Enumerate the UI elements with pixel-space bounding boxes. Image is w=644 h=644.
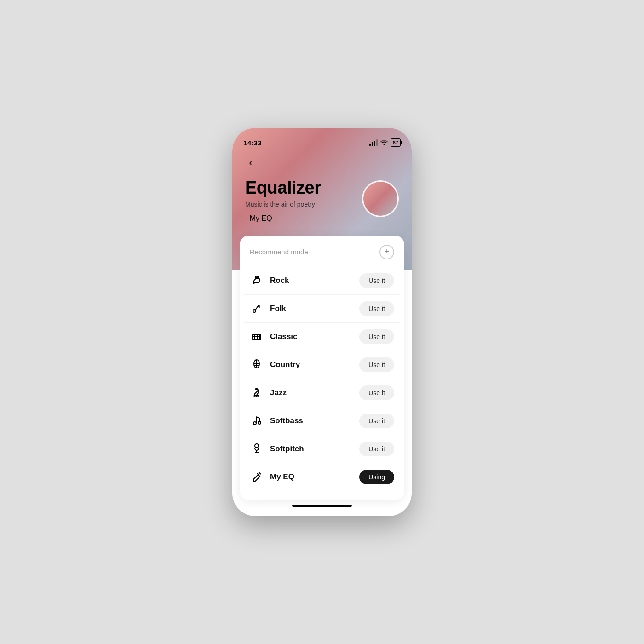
page-title: Equalizer [245,178,362,198]
header-text: Equalizer Music is the air of poetry - M… [245,178,362,223]
status-time: 14:33 [243,139,262,147]
softbass-label: Softbass [270,416,303,426]
softpitch-icon [250,442,264,456]
eq-item-softpitch: Softpitch Use it [244,435,400,463]
softbass-use-button[interactable]: Use it [359,414,394,428]
avatar [362,180,399,217]
content-card: Recommend mode + Rock Use it Folk [240,236,404,500]
add-mode-button[interactable]: + [380,245,394,259]
eq-item-classic: Classic Use it [244,323,400,351]
home-bar [292,505,352,507]
classic-icon [250,330,264,344]
rock-label: Rock [270,276,289,285]
battery-icon: 67 [391,138,401,147]
home-indicator [232,500,412,514]
eq-item-country: Country Use it [244,351,400,379]
country-icon [250,358,264,372]
folk-label: Folk [270,304,286,313]
eq-item-left-myeq: My EQ [250,470,294,484]
eq-item-left-country: Country [250,358,300,372]
eq-item-rock: Rock Use it [244,267,400,295]
page-subtitle: Music is the air of poetry [245,201,362,208]
folk-icon [250,302,264,316]
wifi-icon [380,139,388,147]
eq-item-left-jazz: Jazz [250,386,287,400]
phone-frame: 14:33 67 ‹ [232,128,412,516]
svg-point-21 [255,444,259,448]
eq-item-myeq: My EQ Using [244,463,400,491]
eq-item-jazz: Jazz Use it [244,379,400,407]
recommend-header: Recommend mode + [240,236,404,267]
eq-item-folk: Folk Use it [244,295,400,323]
signal-icon [369,139,378,146]
add-icon: + [385,247,390,257]
svg-point-0 [253,310,256,312]
eq-item-left-rock: Rock [250,274,289,288]
rock-icon [250,274,264,288]
eq-item-left-softpitch: Softpitch [250,442,304,456]
nav-bar: ‹ [232,151,412,175]
eq-mode-list: Rock Use it Folk Use it Classic [240,267,404,491]
softpitch-label: Softpitch [270,444,304,454]
softbass-icon [250,414,264,428]
jazz-icon [250,386,264,400]
svg-point-15 [257,395,259,397]
myeq-label: My EQ [270,472,294,482]
svg-line-18 [256,417,259,418]
back-button[interactable]: ‹ [243,155,258,170]
svg-point-20 [258,421,261,424]
softpitch-use-button[interactable]: Use it [359,442,394,456]
page-header: Equalizer Music is the air of poetry - M… [232,175,412,223]
country-label: Country [270,360,300,369]
battery-level: 67 [391,138,401,147]
eq-item-left-softbass: Softbass [250,414,303,428]
classic-label: Classic [270,332,298,341]
country-use-button[interactable]: Use it [359,357,394,372]
classic-use-button[interactable]: Use it [359,329,394,344]
folk-use-button[interactable]: Use it [359,301,394,316]
myeq-use-button[interactable]: Using [359,470,394,484]
eq-item-left-classic: Classic [250,330,298,344]
my-eq-label: - My EQ - [245,214,362,223]
jazz-label: Jazz [270,388,287,397]
status-icons: 67 [369,138,401,147]
eq-item-left-folk: Folk [250,302,286,316]
jazz-use-button[interactable]: Use it [359,385,394,400]
status-bar: 14:33 67 [232,128,412,151]
eq-item-softbass: Softbass Use it [244,407,400,435]
recommend-label: Recommend mode [250,248,308,256]
rock-use-button[interactable]: Use it [359,273,394,288]
back-arrow-icon: ‹ [249,158,252,168]
myeq-icon [250,470,264,484]
